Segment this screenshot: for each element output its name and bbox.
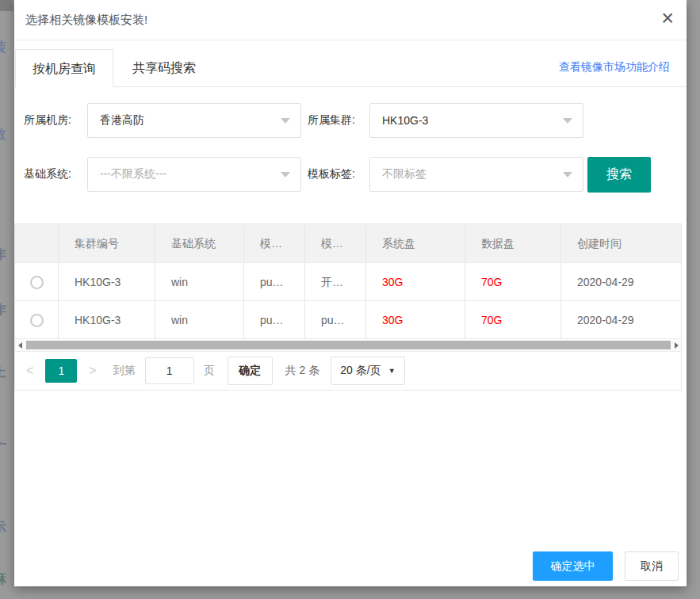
backdrop-glyph-fragment: 上 <box>0 363 6 381</box>
cell-data-disk: 70G <box>465 301 561 339</box>
room-select[interactable]: 香港高防 <box>87 103 301 138</box>
tab-query-by-room[interactable]: 按机房查询 <box>15 49 113 87</box>
cell-system-disk: 30G <box>366 263 465 301</box>
dialog-header: 选择相关镜像模板安装! × <box>14 0 687 40</box>
page-unit-label: 页 <box>204 364 215 378</box>
cell-created-time: 2020-04-29 <box>561 263 681 301</box>
chevron-down-icon <box>281 118 290 124</box>
chevron-down-icon <box>563 172 572 177</box>
backdrop-glyph-fragment: 作 <box>0 300 6 319</box>
total-count-label: 共 2 条 <box>285 364 320 378</box>
mirror-market-intro-link[interactable]: 查看镜像市场功能介绍 <box>559 60 670 74</box>
backdrop-page-corner <box>0 0 13 11</box>
cell-base-os: win <box>155 301 244 339</box>
room-label: 所属机房: <box>24 113 87 128</box>
os-label: 基础系统: <box>24 167 87 181</box>
header-base-os: 基础系统 <box>155 224 244 262</box>
header-select-column <box>15 224 59 262</box>
dropdown-caret-icon: ▼ <box>388 367 396 375</box>
backdrop-glyph-fragment: 装 <box>0 38 6 56</box>
room-select-value: 香港高防 <box>100 113 144 128</box>
page-size-select[interactable]: 20 条/页 ▼ <box>331 357 404 385</box>
confirm-selection-button[interactable]: 确定选中 <box>533 551 613 581</box>
goto-page-input[interactable] <box>145 357 194 384</box>
select-template-dialog: 选择相关镜像模板安装! × 按机房查询 共享码搜索 查看镜像市场功能介绍 所属机… <box>14 0 687 586</box>
backdrop-glyph-fragment: 数 <box>0 125 6 143</box>
cell-template-b: pu… <box>305 301 366 339</box>
cell-base-os: win <box>155 263 244 301</box>
backdrop-glyph-fragment: 示 <box>0 518 6 536</box>
backdrop-glyph-fragment: 麻 <box>0 570 6 588</box>
search-button[interactable]: 搜索 <box>587 157 651 193</box>
tab-share-code-search[interactable]: 共享码搜索 <box>113 49 215 87</box>
scroll-right-arrow-icon[interactable] <box>675 342 679 349</box>
cluster-select[interactable]: HK10G-3 <box>369 103 583 138</box>
table-header-row: 集群编号 基础系统 模… 模… 系统盘 数据盘 创建时间 <box>15 224 681 262</box>
cell-template-a: pu… <box>244 301 305 339</box>
form-row-1: 所属机房: 香港高防 所属集群: HK10G-3 <box>24 103 687 138</box>
form-row-2: 基础系统: ---不限系统--- 模板标签: 不限标签 搜索 <box>24 157 687 192</box>
cell-created-time: 2020-04-29 <box>561 301 681 339</box>
header-template-b: 模… <box>305 224 366 262</box>
header-created-time: 创建时间 <box>561 224 681 262</box>
header-cluster-id: 集群编号 <box>59 224 155 262</box>
cell-template-b: 开… <box>305 263 366 301</box>
page-size-value: 20 条/页 <box>340 364 381 378</box>
horizontal-scrollbar[interactable] <box>15 338 681 351</box>
table-row: HK10G-3 win pu… pu… 30G 70G 2020-04-29 <box>15 300 681 338</box>
template-table: 集群编号 基础系统 模… 模… 系统盘 数据盘 创建时间 HK10G-3 win… <box>14 223 682 391</box>
row-radio[interactable] <box>30 314 44 327</box>
goto-page-label: 到第 <box>113 364 136 378</box>
dialog-footer: 确定选中 取消 <box>533 551 679 581</box>
header-template-a: 模… <box>244 224 305 262</box>
cell-data-disk: 70G <box>465 263 561 301</box>
row-radio-cell <box>15 263 59 301</box>
os-select-value: ---不限系统--- <box>100 167 166 181</box>
cell-cluster-id: HK10G-3 <box>59 301 155 339</box>
cell-cluster-id: HK10G-3 <box>59 263 155 301</box>
cell-system-disk: 30G <box>366 301 465 339</box>
header-system-disk: 系统盘 <box>366 224 465 262</box>
chevron-down-icon <box>563 118 572 124</box>
goto-confirm-button[interactable]: 确定 <box>228 357 273 385</box>
cell-template-a: pu… <box>244 263 305 301</box>
row-radio-cell <box>15 301 59 339</box>
dialog-title: 选择相关镜像模板安装! <box>25 13 147 28</box>
tag-label: 模板标签: <box>308 167 369 181</box>
tag-select-value: 不限标签 <box>382 167 427 181</box>
cluster-label: 所属集群: <box>308 113 369 128</box>
close-icon[interactable]: × <box>661 8 674 29</box>
cluster-select-value: HK10G-3 <box>382 114 428 127</box>
current-page-badge[interactable]: 1 <box>45 359 77 383</box>
os-select[interactable]: ---不限系统--- <box>87 157 301 192</box>
row-radio[interactable] <box>30 276 44 289</box>
cancel-button[interactable]: 取消 <box>625 551 679 581</box>
backdrop-glyph-fragment: 作 <box>0 245 6 263</box>
pagination-bar: < 1 > 到第 页 确定 共 2 条 20 条/页 ▼ <box>15 351 681 390</box>
chevron-down-icon <box>281 172 290 177</box>
prev-page-icon[interactable]: < <box>26 364 33 378</box>
backdrop-glyph-fragment: 广 <box>0 439 6 457</box>
header-data-disk: 数据盘 <box>465 224 561 262</box>
scrollbar-thumb[interactable] <box>26 341 671 349</box>
table-row: HK10G-3 win pu… 开… 30G 70G 2020-04-29 <box>15 262 681 300</box>
tab-bar: 按机房查询 共享码搜索 查看镜像市场功能介绍 <box>14 49 687 87</box>
filter-form: 所属机房: 香港高防 所属集群: HK10G-3 基础系统: ---不限系统--… <box>14 87 687 192</box>
tag-select[interactable]: 不限标签 <box>369 157 583 192</box>
scroll-left-arrow-icon[interactable] <box>18 342 22 349</box>
next-page-icon[interactable]: > <box>89 364 96 378</box>
